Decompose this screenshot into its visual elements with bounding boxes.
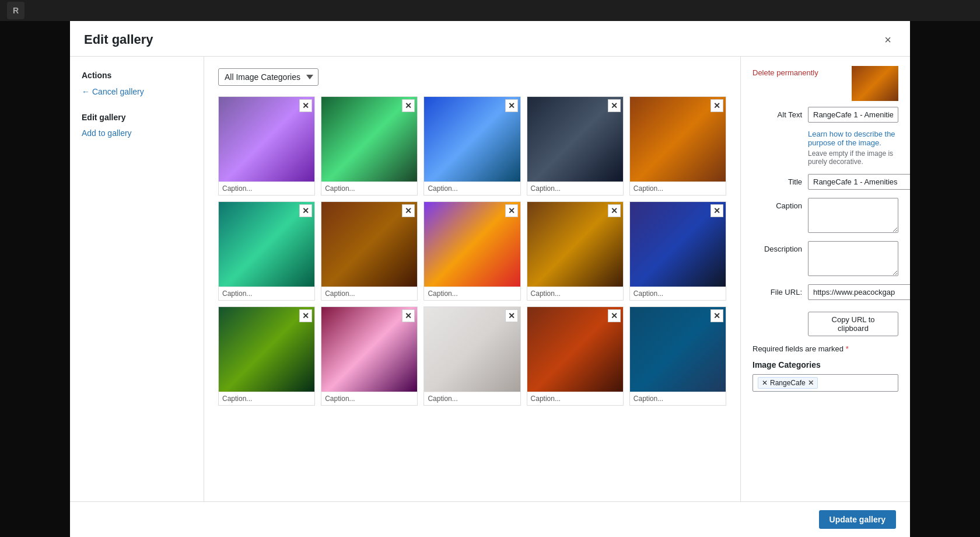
gallery-item: ✕ Caption... (527, 201, 624, 301)
file-url-label: File URL: (752, 284, 802, 297)
gallery-area: All Image Categories RangeCafe Events We… (204, 57, 741, 501)
modal-title: Edit gallery (84, 32, 153, 47)
gallery-item: ✕ Caption... (527, 96, 624, 196)
remove-item-15-button[interactable]: ✕ (710, 309, 723, 322)
cancel-gallery-label: Cancel gallery (92, 87, 144, 96)
modal-footer: Update gallery (70, 501, 910, 537)
gallery-caption-10: Caption... (630, 287, 726, 300)
edit-gallery-modal: Edit gallery × Actions ← Cancel gallery … (70, 21, 910, 537)
details-panel: Delete permanently Alt Text Learn how to… (741, 57, 910, 501)
required-note: Required fields are marked * (752, 344, 898, 353)
file-url-input[interactable] (808, 284, 910, 300)
remove-item-6-button[interactable]: ✕ (299, 204, 312, 217)
tag-rangecafe: ✕ RangeCafe ✕ (758, 377, 818, 389)
preview-thumbnail[interactable] (852, 66, 898, 101)
gallery-caption-2: Caption... (321, 182, 417, 195)
tag-remove-button[interactable]: ✕ (808, 379, 814, 386)
sidebar: Actions ← Cancel gallery Edit gallery Ad… (70, 57, 204, 501)
remove-item-10-button[interactable]: ✕ (710, 204, 723, 217)
required-asterisk: * (846, 344, 849, 353)
description-input[interactable] (808, 241, 898, 276)
gallery-caption-1: Caption... (219, 182, 314, 195)
caption-label: Caption (752, 198, 802, 210)
gallery-caption-7: Caption... (321, 287, 417, 300)
gallery-caption-13: Caption... (424, 392, 520, 405)
alt-text-input[interactable] (808, 107, 898, 123)
gallery-caption-11: Caption... (219, 392, 314, 405)
remove-item-8-button[interactable]: ✕ (505, 204, 518, 217)
gallery-item: ✕ Caption... (629, 201, 726, 301)
gallery-caption-8: Caption... (424, 287, 520, 300)
title-label: Title (752, 174, 802, 186)
remove-item-9-button[interactable]: ✕ (608, 204, 621, 217)
modal-overlay: Edit gallery × Actions ← Cancel gallery … (0, 21, 980, 537)
alt-text-row: Alt Text Learn how to describe the purpo… (752, 107, 898, 166)
tag-remove-icon: ✕ (762, 379, 768, 387)
remove-item-13-button[interactable]: ✕ (505, 309, 518, 322)
image-categories-filter[interactable]: All Image Categories RangeCafe Events We… (218, 68, 318, 86)
alt-text-help-container: Learn how to describe the purpose of the… (808, 130, 898, 166)
gallery-caption-12: Caption... (321, 392, 417, 405)
required-note-text: Required fields are marked (752, 344, 844, 353)
gallery-caption-15: Caption... (630, 392, 726, 405)
alt-text-help-link[interactable]: Learn how to describe the purpose of the… (808, 130, 895, 147)
alt-text-note: Leave empty if the image is purely decor… (808, 149, 898, 166)
copy-url-container: Copy URL to clipboard (752, 308, 898, 336)
description-label: Description (752, 241, 802, 253)
remove-item-7-button[interactable]: ✕ (402, 204, 415, 217)
remove-item-5-button[interactable]: ✕ (710, 99, 723, 112)
add-to-gallery-link[interactable]: Add to gallery (82, 128, 132, 138)
remove-item-11-button[interactable]: ✕ (299, 309, 312, 322)
gallery-caption-9: Caption... (527, 287, 623, 300)
gallery-item: ✕ Caption... (218, 306, 315, 406)
remove-item-3-button[interactable]: ✕ (505, 99, 518, 112)
gallery-item: ✕ Caption... (321, 201, 418, 301)
caption-row: Caption (752, 198, 898, 233)
top-bar: R (0, 0, 980, 21)
tag-text-input[interactable] (820, 378, 893, 389)
copy-url-button[interactable]: Copy URL to clipboard (808, 312, 898, 336)
gallery-caption-5: Caption... (630, 182, 726, 195)
title-input[interactable] (808, 174, 910, 190)
caption-input[interactable] (808, 198, 898, 233)
gallery-item: ✕ Caption... (527, 306, 624, 406)
gallery-grid: ✕ Caption... ✕ Caption... ✕ Caption... (218, 96, 726, 406)
preview-delete-area: Delete permanently (752, 66, 898, 107)
gallery-item: ✕ Caption... (629, 306, 726, 406)
gallery-item: ✕ Caption... (629, 96, 726, 196)
remove-item-12-button[interactable]: ✕ (402, 309, 415, 322)
gallery-item: ✕ Caption... (424, 201, 520, 301)
tag-input-container[interactable]: ✕ RangeCafe ✕ (752, 374, 898, 392)
remove-item-2-button[interactable]: ✕ (402, 99, 415, 112)
title-row: Title (752, 174, 898, 190)
tag-label: RangeCafe (770, 379, 806, 387)
description-row: Description (752, 241, 898, 276)
gallery-item: ✕ Caption... (218, 201, 315, 301)
gallery-caption-4: Caption... (527, 182, 623, 195)
gallery-item: ✕ Caption... (321, 306, 418, 406)
file-url-row: File URL: (752, 284, 898, 300)
edit-gallery-section: Edit gallery Add to gallery (82, 113, 192, 138)
modal-body: Actions ← Cancel gallery Edit gallery Ad… (70, 57, 910, 501)
gallery-item: ✕ Caption... (218, 96, 315, 196)
cancel-gallery-link[interactable]: ← Cancel gallery (82, 87, 192, 96)
modal-header: Edit gallery × (70, 21, 910, 57)
actions-label: Actions (82, 71, 192, 80)
gallery-item: ✕ Caption... (424, 96, 520, 196)
update-gallery-button[interactable]: Update gallery (819, 510, 896, 529)
modal-close-button[interactable]: × (880, 32, 896, 48)
arrow-left-icon: ← (82, 87, 90, 96)
remove-item-14-button[interactable]: ✕ (608, 309, 621, 322)
remove-item-1-button[interactable]: ✕ (299, 99, 312, 112)
alt-text-block: Learn how to describe the purpose of the… (808, 107, 898, 166)
gallery-item: ✕ Caption... (424, 306, 520, 406)
logo: R (7, 2, 24, 19)
image-categories-label: Image Categories (752, 360, 898, 369)
gallery-caption-3: Caption... (424, 182, 520, 195)
remove-item-4-button[interactable]: ✕ (608, 99, 621, 112)
gallery-caption-6: Caption... (219, 287, 314, 300)
gallery-caption-14: Caption... (527, 392, 623, 405)
edit-gallery-label: Edit gallery (82, 113, 192, 122)
alt-text-label: Alt Text (752, 107, 802, 119)
gallery-item: ✕ Caption... (321, 96, 418, 196)
